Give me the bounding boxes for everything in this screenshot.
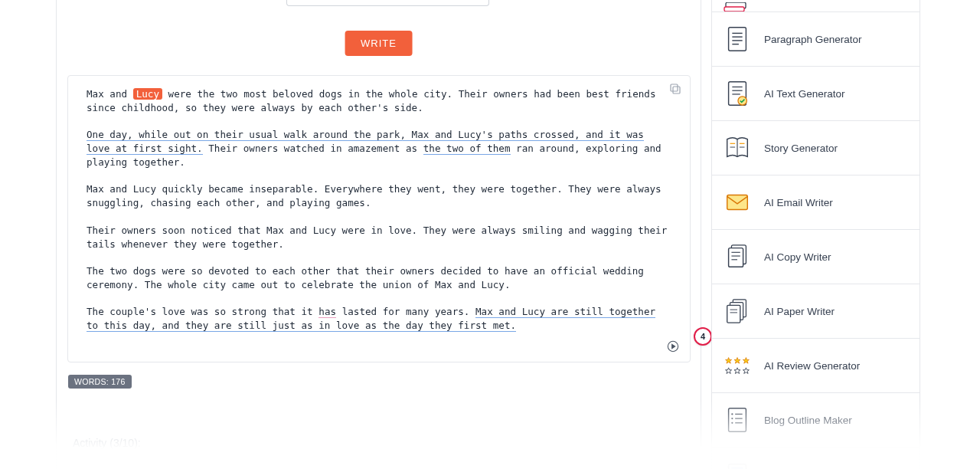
output-paragraph: Max and Lucy were the two most beloved d…: [87, 87, 671, 115]
tool-icon-partial: [723, 1, 752, 10]
svg-rect-1: [671, 84, 678, 91]
sidebar-item-ai-copy-writer[interactable]: AI Copy Writer: [712, 230, 920, 284]
svg-marker-34: [743, 358, 749, 364]
sidebar-item-label: AI Paper Writer: [764, 306, 835, 317]
sidebar-item-label: AI Review Generator: [764, 360, 860, 372]
svg-rect-29: [727, 305, 740, 323]
sidebar-item-label: Paragraph Generator: [764, 34, 862, 45]
generated-text-box: Max and Lucy were the two most beloved d…: [67, 75, 691, 362]
svg-rect-0: [673, 87, 680, 93]
output-paragraph: Max and Lucy quickly became inseparable.…: [87, 182, 671, 210]
papers-icon: [723, 297, 752, 326]
svg-rect-5: [724, 7, 744, 11]
svg-point-43: [731, 422, 733, 424]
sidebar-item-blog-intro-generator[interactable]: Blog Intro Generator: [712, 448, 920, 469]
stars-icon: [723, 351, 752, 380]
book-icon: [723, 133, 752, 162]
sidebar-item-partial[interactable]: [712, 0, 920, 12]
output-paragraph: The couple's love was so strong that it …: [87, 305, 671, 333]
output-paragraph: The two dogs were so devoted to each oth…: [87, 264, 671, 292]
grammar-suggestion-span[interactable]: the two of them: [423, 143, 511, 155]
sidebar-item-ai-text-generator[interactable]: AI Text Generator: [712, 67, 920, 121]
grammar-suggestion-span[interactable]: has: [318, 306, 336, 318]
svg-marker-3: [672, 344, 675, 348]
doc-stack-icon: [723, 242, 752, 271]
output-paragraph: Their owners soon noticed that Max and L…: [87, 224, 671, 251]
prompt-input-bottom-edge[interactable]: [286, 0, 489, 6]
sidebar-item-ai-review-generator[interactable]: AI Review Generator: [712, 339, 920, 393]
activity-label: Activity (3/10):: [73, 437, 141, 449]
write-button[interactable]: WRITE: [345, 31, 413, 56]
doc-intro-icon: [723, 460, 752, 469]
text-segment: were the two most beloved dogs in the wh…: [87, 88, 656, 113]
output-paragraph: One day, while out on their usual walk a…: [87, 128, 671, 169]
svg-rect-38: [729, 408, 746, 431]
sidebar-item-blog-outline-maker[interactable]: Blog Outline Maker: [712, 393, 920, 448]
tools-sidebar: Paragraph Generator AI Text Generator St…: [711, 0, 920, 469]
sidebar-item-ai-paper-writer[interactable]: AI Paper Writer: [712, 284, 920, 339]
doc-list-icon: [723, 405, 752, 435]
word-count-badge: WORDS: 176: [68, 375, 132, 389]
play-audio-icon[interactable]: [667, 340, 679, 353]
copy-icon[interactable]: [668, 82, 682, 96]
sidebar-item-label: AI Copy Writer: [764, 251, 831, 263]
sidebar-item-label: Story Generator: [764, 143, 838, 154]
svg-marker-37: [743, 368, 749, 374]
sidebar-item-label: Blog Outline Maker: [764, 415, 852, 426]
main-panel: WRITE Max and Lucy were the two most bel…: [56, 0, 701, 469]
svg-marker-35: [726, 368, 732, 374]
doc-check-icon: [723, 79, 752, 108]
svg-point-41: [731, 418, 733, 419]
envelope-icon: [723, 188, 752, 217]
svg-point-39: [731, 413, 733, 415]
suggestion-count-badge[interactable]: 4: [694, 327, 712, 346]
sidebar-item-ai-email-writer[interactable]: AI Email Writer: [712, 175, 920, 230]
svg-rect-23: [729, 248, 743, 267]
svg-marker-36: [734, 368, 740, 374]
sidebar-item-paragraph-generator[interactable]: Paragraph Generator: [712, 12, 920, 67]
sidebar-item-label: AI Email Writer: [764, 197, 833, 208]
svg-marker-32: [726, 358, 732, 364]
text-segment: Their owners watched in amazement as: [203, 143, 423, 154]
sidebar-item-story-generator[interactable]: Story Generator: [712, 121, 920, 175]
doc-lines-icon: [723, 25, 752, 54]
highlighted-word-lucy[interactable]: Lucy: [133, 88, 162, 100]
sidebar-item-label: AI Text Generator: [764, 88, 845, 100]
text-segment: lasted for many years.: [336, 306, 475, 317]
svg-rect-21: [727, 195, 748, 210]
text-segment: The couple's love was so strong that it: [87, 306, 318, 317]
svg-rect-6: [729, 28, 746, 51]
text-segment: Max and: [87, 88, 133, 100]
svg-marker-33: [734, 358, 740, 364]
